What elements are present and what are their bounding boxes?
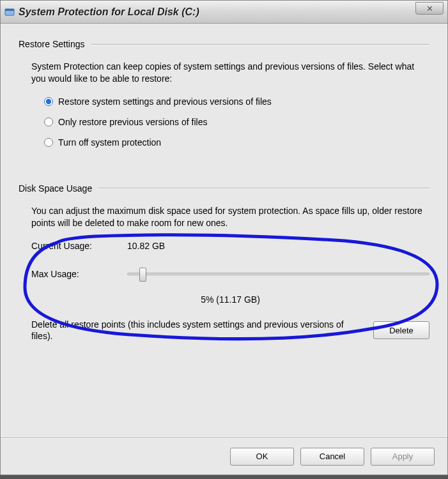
current-usage-row: Current Usage: 10.82 GB xyxy=(31,241,429,251)
system-protection-icon xyxy=(4,7,15,17)
dialog-window: System Protection for Local Disk (C:) ✕ … xyxy=(0,0,448,475)
max-usage-row: Max Usage: xyxy=(31,269,429,279)
cancel-button[interactable]: Cancel xyxy=(300,448,364,466)
delete-description: Delete all restore points (this includes… xyxy=(31,319,373,343)
restore-settings-header: Restore Settings xyxy=(19,39,429,49)
current-usage-label: Current Usage: xyxy=(31,241,127,251)
radio-turn-off[interactable]: Turn off system protection xyxy=(44,137,429,148)
radio-label: Turn off system protection xyxy=(58,137,161,148)
radio-restore-all[interactable]: Restore system settings and previous ver… xyxy=(44,96,429,107)
radio-input[interactable] xyxy=(44,118,53,126)
close-icon: ✕ xyxy=(426,4,433,13)
titlebar: System Protection for Local Disk (C:) ✕ xyxy=(1,1,447,24)
disk-space-header: Disk Space Usage xyxy=(19,183,429,194)
radio-label: Only restore previous versions of files xyxy=(58,117,207,127)
apply-button[interactable]: Apply xyxy=(371,448,435,466)
divider xyxy=(91,44,430,45)
restore-description: System Protection can keep copies of sys… xyxy=(31,61,429,85)
divider xyxy=(98,188,429,188)
usage-area: Current Usage: 10.82 GB Max Usage: 5% (1… xyxy=(31,241,429,319)
restore-options-group: Restore system settings and previous ver… xyxy=(44,96,429,158)
dialog-footer: OK Cancel Apply xyxy=(1,437,447,475)
window-title: System Protection for Local Disk (C:) xyxy=(19,6,199,18)
delete-button[interactable]: Delete xyxy=(373,321,429,339)
close-button[interactable]: ✕ xyxy=(415,2,444,15)
current-usage-value: 10.82 GB xyxy=(127,241,165,251)
section-label: Restore Settings xyxy=(19,39,85,49)
ok-button[interactable]: OK xyxy=(230,448,294,466)
max-usage-value: 5% (11.17 GB) xyxy=(31,294,429,305)
radio-input[interactable] xyxy=(44,138,53,147)
svg-rect-1 xyxy=(5,9,14,11)
radio-label: Restore system settings and previous ver… xyxy=(58,96,272,107)
radio-restore-files-only[interactable]: Only restore previous versions of files xyxy=(44,117,429,127)
max-usage-label: Max Usage: xyxy=(31,269,127,279)
max-usage-slider[interactable] xyxy=(127,273,429,275)
radio-input[interactable] xyxy=(44,97,53,106)
section-label: Disk Space Usage xyxy=(19,183,92,194)
delete-row: Delete all restore points (this includes… xyxy=(31,319,429,343)
disk-description: You can adjust the maximum disk space us… xyxy=(31,205,429,229)
slider-thumb[interactable] xyxy=(139,268,146,282)
dialog-content: Restore Settings System Protection can k… xyxy=(1,24,447,437)
